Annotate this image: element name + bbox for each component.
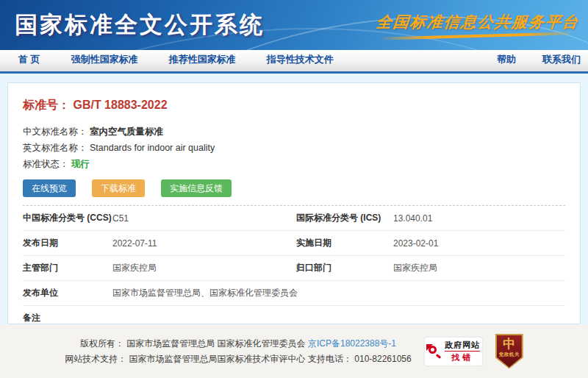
cn-name-value: 室内空气质量标准	[90, 126, 163, 137]
phone-number: 010-82261056	[354, 354, 411, 364]
copyright-owners: 国家市场监督管理总局 国家标准化管理委员会	[126, 338, 305, 349]
shield-inner: 中 党政机关	[497, 335, 522, 368]
gov-site-error-report-badge[interactable]: 政府网站 找错	[425, 338, 482, 365]
authority-dept-label: 主管部门	[23, 262, 112, 274]
en-name-value: Standards for indoor air quality	[90, 143, 215, 153]
ccs-label: 中国标准分类号 (CCS)	[23, 212, 112, 224]
main-nav: 首 页 强制性国家标准 推荐性国家标准 指导性技术文件 帮助 联系我们	[0, 50, 588, 74]
site-title: 国家标准全文公开系统	[15, 10, 265, 40]
action-buttons-row: 在线预览 下载标准 实施信息反馈	[23, 179, 565, 197]
nav-item-mandatory-standards[interactable]: 强制性国家标准	[71, 53, 138, 66]
footer: 版权所有： 国家市场监督管理总局 国家标准化管理委员会 京ICP备1802238…	[0, 324, 588, 378]
standard-info-block: 中文标准名称： 室内空气质量标准 英文标准名称： Standards for i…	[23, 124, 565, 172]
centralized-dept-label: 归口部门	[296, 262, 393, 274]
cn-name-line: 中文标准名称： 室内空气质量标准	[23, 124, 565, 140]
support-label: 网站技术支持：	[65, 354, 126, 364]
nav-item-guiding-documents[interactable]: 指导性技术文件	[267, 53, 334, 66]
error-badge-texts: 政府网站 找错	[445, 340, 480, 363]
error-badge-line1: 政府网站	[445, 340, 480, 352]
ccs-value: C51	[112, 213, 296, 224]
ics-label: 国际标准分类号 (ICS)	[296, 212, 393, 224]
table-row-remark: 备注	[23, 306, 565, 324]
publish-date-label: 发布日期	[23, 237, 112, 249]
support-org: 国家市场监督管理总局国家标准技术审评中心	[129, 354, 306, 364]
cn-name-label: 中文标准名称：	[23, 126, 87, 137]
party-government-shield-icon[interactable]: 中 党政机关	[495, 334, 523, 369]
nav-item-contact-us[interactable]: 联系我们	[542, 53, 581, 66]
publisher-value: 国家市场监督管理总局、国家标准化管理委员会	[112, 287, 565, 299]
page-body: 标准号： GB/T 18883-2022 中文标准名称： 室内空气质量标准 英文…	[0, 74, 588, 324]
publisher-label: 发布单位	[23, 287, 112, 299]
header-banner: 国家标准全文公开系统 全国标准信息公共服务平台	[0, 0, 588, 50]
copyright-line: 版权所有： 国家市场监督管理总局 国家标准化管理委员会 京ICP备1802238…	[65, 336, 411, 352]
implement-date-label: 实施日期	[296, 237, 393, 249]
status-badge: 现行	[71, 159, 90, 169]
shield-emblem: 中	[503, 335, 515, 352]
nav-item-recommended-standards[interactable]: 推荐性国家标准	[169, 53, 236, 66]
standard-number-heading: 标准号： GB/T 18883-2022	[23, 98, 565, 113]
copyright-label: 版权所有：	[80, 338, 124, 349]
error-badge-line2: 找错	[451, 352, 473, 363]
platform-slogan: 全国标准信息公共服务平台	[376, 12, 581, 32]
implement-date-value: 2023-02-01	[393, 238, 565, 249]
magnifier-icon	[426, 343, 441, 360]
footer-text-block: 版权所有： 国家市场监督管理总局 国家标准化管理委员会 京ICP备1802238…	[65, 336, 411, 367]
status-label: 标准状态：	[23, 159, 69, 169]
table-row-classification: 中国标准分类号 (CCS) C51 国际标准分类号 (ICS) 13.040.0…	[23, 206, 565, 231]
table-row-dates: 发布日期 2022-07-11 实施日期 2023-02-01	[23, 231, 565, 256]
online-preview-button[interactable]: 在线预览	[23, 179, 76, 197]
download-standard-button[interactable]: 下载标准	[92, 179, 145, 197]
support-line: 网站技术支持： 国家市场监督管理总局国家标准技术审评中心 支持电话： 010-8…	[65, 352, 411, 367]
phone-label: 支持电话：	[308, 354, 352, 364]
standard-number-label: 标准号：	[23, 99, 70, 111]
remark-label: 备注	[23, 312, 112, 324]
authority-dept-value: 国家疾控局	[112, 262, 296, 274]
table-row-departments: 主管部门 国家疾控局 归口部门 国家疾控局	[23, 256, 565, 281]
en-name-label: 英文标准名称：	[23, 143, 87, 153]
standard-number-value: GB/T 18883-2022	[73, 99, 167, 111]
centralized-dept-value: 国家疾控局	[393, 262, 565, 274]
publish-date-value: 2022-07-11	[112, 238, 296, 249]
implementation-feedback-button[interactable]: 实施信息反馈	[161, 179, 232, 197]
nav-item-home[interactable]: 首 页	[18, 53, 40, 66]
ics-value: 13.040.01	[393, 213, 565, 224]
table-row-publisher: 发布单位 国家市场监督管理总局、国家标准化管理委员会	[23, 281, 565, 306]
en-name-line: 英文标准名称： Standards for indoor air quality	[23, 140, 565, 156]
platform-slogan-wrap: 全国标准信息公共服务平台	[376, 12, 579, 38]
shield-label: 党政机关	[499, 352, 520, 358]
status-line: 标准状态： 现行	[23, 156, 565, 172]
standard-detail-card: 标准号： GB/T 18883-2022 中文标准名称： 室内空气质量标准 英文…	[7, 82, 581, 324]
icp-license-link[interactable]: 京ICP备18022388号-1	[308, 338, 396, 349]
nav-item-help[interactable]: 帮助	[497, 53, 516, 66]
